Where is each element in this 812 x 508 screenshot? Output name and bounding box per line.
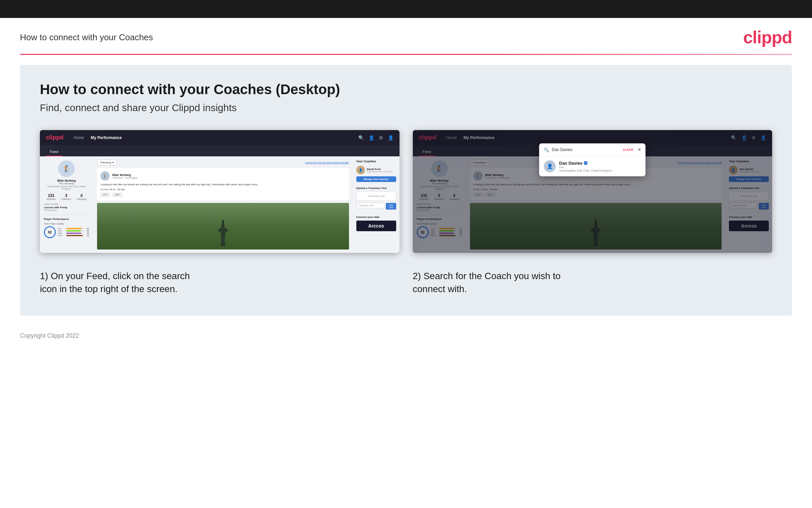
post-header-1: 🏌 Blair McHarg Yesterday · Sunningdale <box>100 171 346 181</box>
manage-coaches-btn-2: Manage Your Coaches <box>729 176 769 182</box>
coach-avatar-2: 👤 <box>729 166 737 174</box>
search-clear-btn[interactable]: CLEAR <box>623 148 633 152</box>
app-right-1: Your Coaches 👤 David Ford Royal North De… <box>353 156 399 253</box>
feed-tab-item-1[interactable]: Feed <box>46 148 62 156</box>
search-popup-icon: 🔍 <box>544 147 549 153</box>
post-duration-1: Duration 01 hr : 30 min <box>100 188 346 190</box>
metric-arg-value-1: 86 <box>85 232 89 234</box>
metric-arg-bar-bg-1 <box>66 232 84 234</box>
post-name-1: Blair McHarg <box>112 173 138 177</box>
profile-location-2: Royal North Devon Golf Club, United King… <box>417 185 462 190</box>
nav-home-1[interactable]: Home <box>74 135 84 140</box>
chevron-icon-2: ▾ <box>485 161 486 164</box>
app-nav-icons-1: 🔍 👤 ⚙ 👤 <box>358 135 393 140</box>
metric-ott-value-1: 90 <box>85 227 89 229</box>
stats-row-1: 131 Activities 3 Followers 4 Following <box>44 193 89 200</box>
quality-row-2: 92 OTT 90 APP 85 <box>417 226 462 238</box>
activity-name-2: Lesson with Fordy <box>417 206 462 209</box>
metric-ott-bar-bg-1 <box>66 228 84 229</box>
app-nav-1: clippd Home My Performance 🔍 👤 ⚙ 👤 <box>40 130 399 145</box>
search-result-item[interactable]: 👤 Dan Davies ✓ Pro Sunningdale Golf Club… <box>539 156 646 176</box>
metric-ott-bar-1 <box>66 228 82 229</box>
app-main-1: Following ▾ Control who can see your act… <box>93 156 353 253</box>
metrics-list-2: OTT 90 APP 85 ARG <box>431 227 462 237</box>
footer: Copyright Clippd 2022 <box>0 326 812 346</box>
screenshots-grid: clippd Home My Performance 🔍 👤 ⚙ 👤 Feed <box>40 130 772 253</box>
following-btn-1[interactable]: Following ▾ <box>97 160 117 165</box>
feed-tab-1: Feed <box>40 145 399 156</box>
coach-name-1: David Ford <box>367 168 392 171</box>
metric-arg-label-2: ARG <box>431 232 438 234</box>
quality-score-2: 92 <box>417 226 429 238</box>
off-btn-1[interactable]: OTT <box>100 193 110 197</box>
search-result-name: Dan Davies ✓ <box>559 161 612 166</box>
coach-name-2: Dan Davies <box>739 168 760 171</box>
metric-app-bar-bg-1 <box>66 230 84 231</box>
metric-app-2: APP 85 <box>431 230 462 232</box>
arccos-logo-1: Arccos <box>356 220 396 231</box>
nav-my-performance-1[interactable]: My Performance <box>91 135 122 140</box>
step-1-text: 1) On your Feed, click on the searchicon… <box>40 269 399 295</box>
profile-icon-1[interactable]: 👤 <box>369 135 374 140</box>
verified-badge: ✓ <box>584 161 588 165</box>
post-actions-1: OTT APP <box>100 193 346 197</box>
settings-icon-1[interactable]: ⚙ <box>379 135 383 140</box>
clippd-logo: clippd <box>743 27 792 47</box>
stat-followers-2: 3 Followers <box>434 193 444 200</box>
golf-bg-1 <box>97 203 349 250</box>
app-right-2: Your Coaches 👤 Dan Davies Sunningdale Go… <box>726 156 772 253</box>
stat-following-2: 4 Following <box>449 193 459 200</box>
post-name-2: Blair McHarg <box>485 173 511 177</box>
search-icon-1[interactable]: 🔍 <box>358 135 364 140</box>
metric-arg-label-1: ARG <box>58 232 65 234</box>
metrics-list-1: OTT 90 APP 85 ARG <box>58 227 89 237</box>
post-card-1: 🏌 Blair McHarg Yesterday · Sunningdale L… <box>97 168 349 200</box>
app-nav-2: clippd Home My Performance 🔍 👤 ⚙ 👤 <box>413 130 772 145</box>
post-text-1: Looking to feel like my hands are exitin… <box>100 183 346 186</box>
app-body-1: 🏌 Blair McHarg Plus Handicap Royal North… <box>40 156 399 253</box>
profile-avatar-2: 🏌 <box>431 160 448 177</box>
app-btn-1[interactable]: APP <box>112 193 122 197</box>
golfer-figure-1 <box>215 220 231 246</box>
profile-handicap-1: Plus Handicap <box>44 182 89 185</box>
search-icon-2: 🔍 <box>731 135 736 140</box>
ott-btn-2: OTT <box>473 193 483 197</box>
metric-app-value-1: 85 <box>85 230 89 232</box>
page-title: How to connect with your Coaches <box>20 32 153 43</box>
trackman-input-1[interactable]: Trackman Link <box>356 203 385 208</box>
metric-putt-2: PUTT 96 <box>431 235 462 237</box>
coaches-title-1: Your Coaches <box>356 160 396 163</box>
total-quality-label-2: Total Player Quality <box>417 222 462 225</box>
trackman-box-1: Trackman Link <box>356 192 396 201</box>
nav-my-performance-2: My Performance <box>464 135 494 140</box>
user-icon-1[interactable]: 👤 <box>388 135 393 140</box>
control-link-1[interactable]: Control who can see your activity and da… <box>305 161 349 164</box>
app-logo-1: clippd <box>46 134 63 141</box>
search-close-btn[interactable]: × <box>638 147 641 153</box>
add-link-btn-1[interactable]: Add Link <box>386 203 396 210</box>
coach-item-2: 👤 Dan Davies Sunningdale Golf Club <box>729 166 769 174</box>
settings-icon-2: ⚙ <box>752 135 756 140</box>
metric-arg-2: ARG 86 <box>431 232 462 234</box>
manage-coaches-btn-1[interactable]: Manage Your Coaches <box>356 176 396 182</box>
activity-name-1: Lesson with Fordy <box>44 206 89 209</box>
main-content: How to connect with your Coaches (Deskto… <box>20 65 792 316</box>
activity-date-2: 03 Aug 2022 <box>417 209 462 211</box>
stat-followers-1: 3 Followers <box>61 193 71 200</box>
nav-home-2: Home <box>446 135 457 140</box>
player-perf-title-2: Player Performance <box>417 215 462 220</box>
metric-ott-label-1: OTT <box>58 227 65 229</box>
search-popup: 🔍 Dan Davies CLEAR × 👤 Dan Davies ✓ Pro … <box>539 143 646 176</box>
connect-title-2: Connect your data <box>729 216 769 219</box>
header: How to connect with your Coaches clippd <box>0 18 812 54</box>
screenshot-1: clippd Home My Performance 🔍 👤 ⚙ 👤 Feed <box>40 130 399 253</box>
app-nav-links-2: Home My Performance <box>446 135 494 140</box>
post-avatar-1: 🏌 <box>100 171 110 181</box>
metric-ott-1: OTT 90 <box>58 227 89 229</box>
metric-putt-bar-1 <box>66 235 83 236</box>
coach-item-1: 👤 David Ford Royal North Devon Golf Club <box>356 166 396 174</box>
coach-avatar-1: 👤 <box>356 166 365 174</box>
search-popup-input[interactable]: Dan Davies <box>552 147 620 152</box>
stat-activities-1: 131 Activities <box>47 193 56 200</box>
stat-activities-2: 131 Activities <box>420 193 429 200</box>
